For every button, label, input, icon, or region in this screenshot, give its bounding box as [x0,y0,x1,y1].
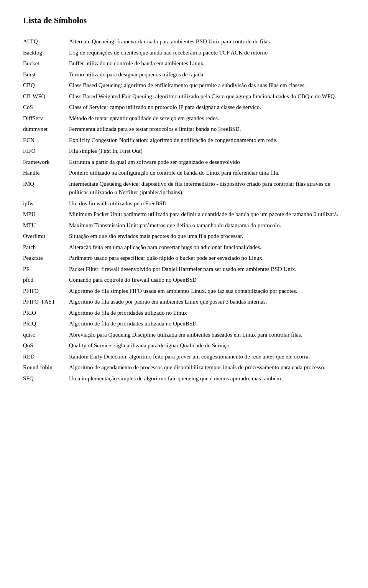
glossary-row: ECNExplicity Congestion Notification: al… [23,135,345,146]
glossary-definition: Ferramenta utilizada para se testar prot… [69,124,345,135]
glossary-row: dummynetFerramenta utilizada para se tes… [23,124,345,135]
glossary-row: ipfwUm dos firewalls utilizados pelo Fre… [23,198,345,209]
glossary-term: MTU [23,220,69,231]
glossary-definition: Termo utilizado para designar pequenos t… [69,69,345,80]
glossary-row: PeakrateParâmetro usado para especificar… [23,253,345,264]
glossary-term: pfctl [23,274,69,286]
glossary-row: DiffServMétodo de tentar garantir qualid… [23,113,345,124]
glossary-term: FIFO [23,145,69,157]
glossary-table: ALTQAlternate Queueing: framework criado… [23,36,345,384]
glossary-term: ALTQ [23,36,69,47]
glossary-definition: Packet Filter: firewall desenvolvido por… [69,264,345,275]
glossary-term: DiffServ [23,113,69,124]
glossary-definition: Um dos firewalls utilizados pelo FreeBSD [69,198,345,209]
glossary-row: PatchAlteração feita em uma aplicação pa… [23,242,345,253]
glossary-term: PRIO [23,307,69,319]
glossary-row: SFQUma implementação simples de algoritm… [23,373,345,384]
glossary-term: ECN [23,135,69,146]
glossary-term: Burst [23,69,69,80]
glossary-term: Bucket [23,58,69,69]
glossary-row: QoSQuality of Service: sigla utilizada p… [23,340,345,351]
glossary-row: FIFOFila simples (First In, First Out) [23,145,345,157]
glossary-term: Overlimit [23,231,69,242]
glossary-row: pfctlComando para controle do firewall u… [23,274,345,286]
glossary-definition: Maximum Transmission Unit: parâmetros qu… [69,220,345,231]
glossary-definition: Class Based Queueing: algoritmo de enfil… [69,80,345,91]
glossary-definition: Algoritmo de fila de prioridades utiliza… [69,318,345,329]
glossary-row: PFIFOAlgoritmo de fila simples FIFO usad… [23,286,345,297]
glossary-term: Backlog [23,47,69,58]
glossary-row: CB-WFQClass Based Weighted Fair Queuing:… [23,91,345,102]
glossary-term: qdisc [23,329,69,340]
glossary-definition: Algoritmo de fila simples FIFO usada em … [69,286,345,297]
glossary-term: CB-WFQ [23,91,69,102]
glossary-definition: Parâmetro usado para especificar quão rá… [69,253,345,264]
glossary-term: Patch [23,242,69,253]
glossary-definition: Estrutura a partir da qual um software p… [69,157,345,168]
glossary-definition: Alternate Queueing: framework criado par… [69,36,345,47]
glossary-term: QoS [23,340,69,351]
glossary-definition: Alteração feita em uma aplicação para co… [69,242,345,253]
glossary-term: IMQ [23,178,69,198]
glossary-term: MPU [23,209,69,220]
glossary-term: PF [23,264,69,275]
glossary-term: Handle [23,167,69,178]
glossary-definition: Método de tentar garantir qualidade de s… [69,113,345,124]
glossary-row: REDRandom Early Detection: algoritmo fei… [23,351,345,362]
glossary-row: CBQClass Based Queueing: algoritmo de en… [23,80,345,91]
glossary-term: RED [23,351,69,362]
glossary-term: Round-robin [23,362,69,373]
glossary-row: MTUMaximum Transmission Unit: parâmetros… [23,220,345,231]
glossary-row: ALTQAlternate Queueing: framework criado… [23,36,345,47]
glossary-row: FrameworkEstrutura a partir da qual um s… [23,157,345,168]
glossary-definition: Uma implementação simples de algoritmo f… [69,373,345,384]
glossary-definition: Log de requisições de clientes que ainda… [69,47,345,58]
glossary-row: BucketBuffer utilizado no controle de ba… [23,58,345,69]
glossary-definition: Explicity Congestion Notification: algor… [69,135,345,146]
glossary-definition: Minimum Packet Unit: parâmetro utilizado… [69,209,345,220]
page-title: Lista de Símbolos [23,15,345,25]
glossary-definition: Comando para controle do firewall usado … [69,274,345,286]
glossary-term: PFIFO [23,286,69,297]
glossary-term: SFQ [23,373,69,384]
glossary-definition: Class Based Weighted Fair Queuing: algor… [69,91,345,102]
glossary-definition: Fila simples (First In, First Out) [69,145,345,157]
glossary-row: PRIOAlgoritmo de fila de prioridades uti… [23,307,345,319]
glossary-row: CoSClass of Service: campo utilizado no … [23,102,345,113]
glossary-definition: Algoritmo de fila de prioridades utiliza… [69,307,345,319]
glossary-row: PRIQAlgoritmo de fila de prioridades uti… [23,318,345,329]
glossary-definition: Situação em que são enviados mais pacote… [69,231,345,242]
glossary-term: PRIQ [23,318,69,329]
glossary-definition: Algoritmo de fila usado por padrão em am… [69,296,345,307]
glossary-row: OverlimitSituação em que são enviados ma… [23,231,345,242]
glossary-definition: Buffer utilizado no controle de banda em… [69,58,345,69]
glossary-row: qdiscAbreviação para Queueing Discipline… [23,329,345,340]
glossary-term: CoS [23,102,69,113]
glossary-term: CBQ [23,80,69,91]
glossary-definition: Random Early Detection: algoritmo feito … [69,351,345,362]
glossary-row: PFPacket Filter: firewall desenvolvido p… [23,264,345,275]
glossary-row: Round-robinAlgoritmo de agendamento de p… [23,362,345,373]
glossary-definition: Ponteiro utilizado na configuração de co… [69,167,345,178]
glossary-definition: Algoritmo de agendamento de processos qu… [69,362,345,373]
glossary-term: Peakrate [23,253,69,264]
glossary-term: dummynet [23,124,69,135]
glossary-row: MPUMinimum Packet Unit: parâmetro utiliz… [23,209,345,220]
glossary-row: BurstTermo utilizado para designar peque… [23,69,345,80]
glossary-row: HandlePonteiro utilizado na configuração… [23,167,345,178]
glossary-row: BacklogLog de requisições de clientes qu… [23,47,345,58]
glossary-term: PFIFO_FAST [23,296,69,307]
glossary-row: IMQIntermediate Queueing device: disposi… [23,178,345,198]
glossary-definition: Quality of Service: sigla utilizada para… [69,340,345,351]
glossary-row: PFIFO_FASTAlgoritmo de fila usado por pa… [23,296,345,307]
glossary-term: Framework [23,157,69,168]
glossary-definition: Class of Service: campo utilizado no pro… [69,102,345,113]
glossary-definition: Abreviação para Queueing Discipline util… [69,329,345,340]
glossary-term: ipfw [23,198,69,209]
glossary-definition: Intermediate Queueing device: dispositiv… [69,178,345,198]
